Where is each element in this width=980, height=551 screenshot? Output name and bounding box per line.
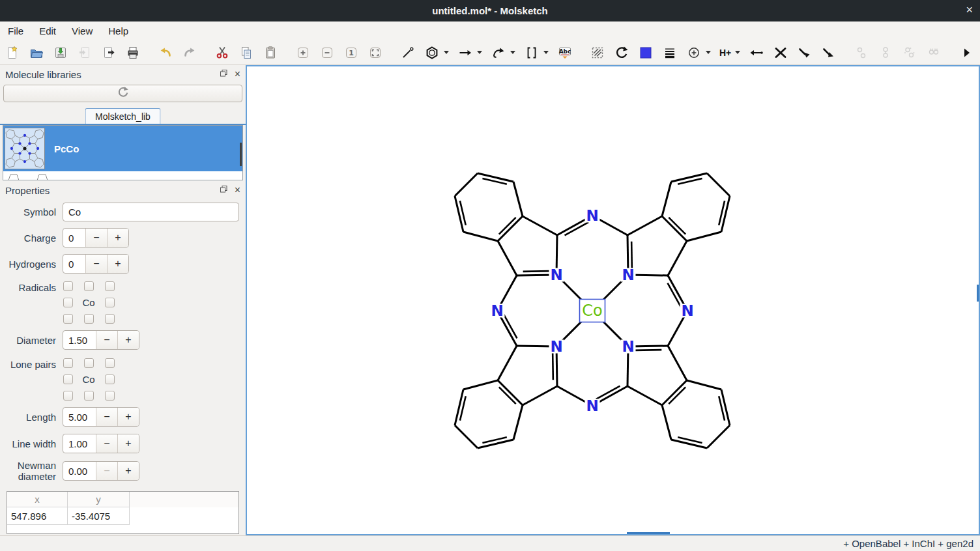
- split-molecules-tool-button[interactable]: [925, 43, 943, 63]
- reaction-arrow-tool-button[interactable]: [456, 43, 483, 63]
- lone-pair-checkbox[interactable]: [105, 391, 115, 401]
- length-decrement-button[interactable]: −: [96, 408, 117, 426]
- close-panel-icon[interactable]: ×: [235, 70, 240, 79]
- newman-diameter-increment-button[interactable]: +: [117, 462, 139, 480]
- flip-vertical-tool-button[interactable]: [820, 43, 838, 63]
- lone-pair-checkbox[interactable]: [84, 391, 94, 401]
- text-tool-button[interactable]: Abc: [556, 43, 574, 63]
- mechanism-arrow-tool-button[interactable]: [489, 43, 517, 63]
- nitrogen-atom-label[interactable]: N: [622, 338, 634, 355]
- toolbar-extender-button[interactable]: [957, 43, 975, 63]
- paste-button[interactable]: [261, 43, 280, 63]
- radical-checkbox[interactable]: [105, 281, 115, 291]
- undo-button[interactable]: [156, 43, 175, 63]
- hydrogens-decrement-button[interactable]: −: [85, 255, 107, 273]
- vertical-scrollbar-thumb[interactable]: [977, 285, 979, 302]
- delete-tool-button[interactable]: [771, 43, 790, 63]
- close-panel-icon[interactable]: ×: [235, 186, 240, 195]
- charge-tool-button[interactable]: [685, 43, 712, 63]
- redo-button[interactable]: [180, 43, 199, 63]
- nitrogen-atom-label[interactable]: N: [491, 302, 503, 319]
- group-molecules-tool-button[interactable]: [901, 43, 919, 63]
- horizontal-scrollbar-thumb[interactable]: [627, 532, 670, 534]
- cell-y[interactable]: -35.4075: [68, 507, 130, 525]
- refresh-library-button[interactable]: [3, 85, 242, 102]
- nitrogen-atom-label[interactable]: N: [586, 397, 598, 414]
- line-width-increment-button[interactable]: +: [117, 434, 139, 453]
- align-molecules-tool-button[interactable]: [876, 43, 895, 63]
- charge-increment-button[interactable]: +: [107, 229, 128, 247]
- cobalt-atom-label[interactable]: Co: [582, 302, 602, 320]
- radical-checkbox[interactable]: [84, 281, 94, 291]
- radical-checkbox[interactable]: [63, 314, 73, 324]
- lasso-selection-tool-button[interactable]: [588, 43, 607, 63]
- hydrogens-increment-button[interactable]: +: [107, 255, 128, 273]
- nitrogen-atom-label[interactable]: N: [550, 338, 562, 355]
- radical-checkbox[interactable]: [63, 298, 73, 307]
- zoom-original-button[interactable]: 1: [342, 43, 360, 63]
- zoom-out-button[interactable]: [318, 43, 336, 63]
- window-close-button[interactable]: ×: [966, 3, 973, 16]
- radical-checkbox[interactable]: [84, 314, 94, 324]
- symbol-input[interactable]: [63, 203, 239, 221]
- nitrogen-atom-label[interactable]: N: [550, 266, 562, 283]
- menu-edit[interactable]: Edit: [31, 23, 64, 39]
- zoom-in-button[interactable]: [294, 43, 312, 63]
- line-width-value[interactable]: 1.00: [63, 434, 96, 453]
- lone-pair-checkbox[interactable]: [105, 374, 115, 384]
- draw-tool-button[interactable]: [399, 43, 417, 63]
- charge-value[interactable]: 0: [63, 229, 85, 247]
- lone-pair-checkbox[interactable]: [63, 391, 73, 401]
- menu-view[interactable]: View: [64, 23, 100, 39]
- nitrogen-atom-label[interactable]: N: [681, 302, 693, 319]
- library-scrollbar[interactable]: [240, 143, 242, 166]
- diameter-increment-button[interactable]: +: [117, 331, 139, 349]
- cut-button[interactable]: [213, 43, 231, 63]
- nitrogen-atom-label[interactable]: N: [622, 266, 634, 283]
- diameter-value[interactable]: 1.50: [63, 331, 96, 349]
- line-width-decrement-button[interactable]: −: [96, 434, 117, 453]
- tab-molsketch-lib[interactable]: Molsketch_lib: [85, 108, 161, 124]
- bracket-tool-button[interactable]: [523, 43, 550, 63]
- lone-pair-checkbox[interactable]: [63, 374, 73, 384]
- nitrogen-atom-label[interactable]: N: [586, 207, 598, 224]
- drawing-canvas[interactable]: NNNNNNNNCo: [246, 65, 980, 535]
- rotate-tool-button[interactable]: [612, 43, 631, 63]
- length-value[interactable]: 5.00: [63, 408, 96, 426]
- zoom-fit-button[interactable]: [366, 43, 384, 63]
- newman-diameter-decrement-button[interactable]: −: [96, 462, 117, 480]
- float-panel-icon[interactable]: [220, 68, 228, 80]
- lone-pair-checkbox[interactable]: [63, 358, 73, 368]
- print-document-button[interactable]: [124, 43, 142, 63]
- radical-checkbox[interactable]: [105, 298, 115, 307]
- ring-tool-button[interactable]: [423, 43, 450, 63]
- menu-help[interactable]: Help: [100, 23, 136, 39]
- lone-pair-checkbox[interactable]: [105, 358, 115, 368]
- radical-checkbox[interactable]: [63, 281, 73, 291]
- diameter-decrement-button[interactable]: −: [96, 331, 117, 349]
- hydrogens-value[interactable]: 0: [63, 255, 85, 273]
- electron-pair-tool-button[interactable]: [747, 43, 766, 63]
- cell-x[interactable]: 547.896: [7, 507, 68, 525]
- import-document-button[interactable]: [76, 43, 94, 63]
- lone-pair-checkbox[interactable]: [84, 358, 94, 368]
- library-item-partial[interactable]: [3, 171, 242, 180]
- radical-checkbox[interactable]: [105, 314, 115, 324]
- hydrogen-tool-button[interactable]: H+: [718, 43, 742, 63]
- length-increment-button[interactable]: +: [117, 408, 139, 426]
- line-width-tool-button[interactable]: [661, 43, 679, 63]
- molecule-drawing[interactable]: NNNNNNNNCo: [247, 66, 979, 534]
- export-document-button[interactable]: [100, 43, 118, 63]
- open-document-button[interactable]: [27, 43, 46, 63]
- copy-button[interactable]: [237, 43, 255, 63]
- new-document-button[interactable]: [3, 43, 22, 63]
- flip-horizontal-tool-button[interactable]: [796, 43, 814, 63]
- save-document-button[interactable]: [51, 43, 70, 63]
- menu-file[interactable]: File: [0, 23, 31, 39]
- newman-diameter-value[interactable]: 0.00: [63, 462, 96, 480]
- charge-decrement-button[interactable]: −: [85, 229, 107, 247]
- connect-atoms-tool-button[interactable]: [852, 43, 871, 63]
- library-item-pcco[interactable]: PcCo: [3, 126, 242, 171]
- color-tool-button[interactable]: [637, 43, 655, 63]
- float-panel-icon[interactable]: [220, 184, 228, 196]
